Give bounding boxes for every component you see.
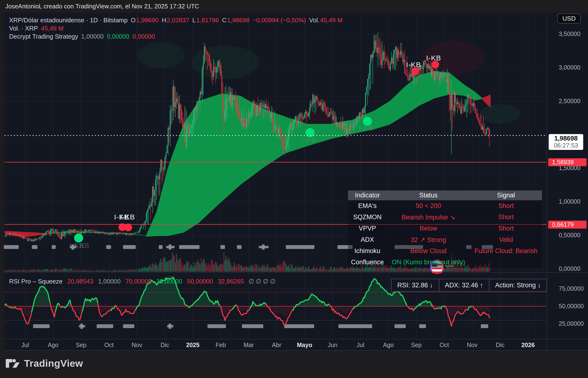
legend-volume-row[interactable]: Vol. · XRP 45,49 M [9, 25, 64, 32]
rsi-legend-value: 50,00000 [187, 278, 213, 285]
indicator-status: ON (Kumo breakout only) [387, 258, 470, 266]
low-value: 1,81796 [196, 16, 219, 24]
rsi-indicator-title[interactable]: RSI Pro – Squeeze [9, 278, 63, 285]
time-axis-label[interactable]: Mayo [297, 341, 312, 349]
price-axis-label[interactable]: 3,50000 [559, 30, 580, 37]
indicator-name: SQZMON [348, 214, 387, 221]
time-axis-label[interactable]: Nov [132, 341, 142, 349]
strategy-value-3: 0,00000 [133, 33, 155, 40]
symbol-title[interactable]: XRP/Dólar estadounidense · 1D · Bitstamp [9, 16, 128, 24]
indicator-signal: Short [470, 202, 542, 210]
bar-countdown: 06:27:53 [549, 142, 583, 149]
change-value: −0,00994 (−0,50%) [253, 16, 306, 24]
tradingview-logo-text: TradingView [24, 358, 83, 369]
indicator-status: Below [387, 225, 470, 232]
indicator-status: 50 < 200 [387, 202, 470, 210]
time-axis-label[interactable]: Jun [328, 341, 337, 349]
ikb-ghost-label: I-KB [359, 124, 373, 132]
ikb-signal-label: I-KB [406, 61, 421, 69]
time-axis-label[interactable]: Dic [496, 341, 504, 349]
indicator-summary-table: IndicatorStatusSignalEMA's50 < 200ShortS… [348, 190, 542, 268]
table-row: ADX32 ↗ StrongValid [348, 234, 542, 245]
time-axis-label[interactable]: Ago [48, 341, 58, 349]
rsi-badge-cell: Action: Strong ↓ [489, 279, 547, 291]
current-price-badge: 1,98698 06:27:53 [549, 134, 583, 150]
table-row: EMA's50 < 200Short [348, 200, 542, 212]
time-axis-label[interactable]: Sep [411, 341, 422, 349]
rsi-legend-value: 32,86265 [218, 278, 244, 285]
rsi-legend-value: 30,00000 [156, 278, 182, 285]
price-axis-label[interactable]: 3,00000 [559, 64, 580, 71]
price-axis-label[interactable]: 0,50000 [559, 232, 580, 239]
ikb-ghost-label: I-KB [301, 136, 316, 144]
indicator-name: EMA's [348, 202, 387, 210]
price-axis-label[interactable]: 1,00000 [559, 198, 580, 205]
table-header-row: IndicatorStatusSignal [348, 190, 542, 200]
ikb-signal-label: I-KB [120, 213, 135, 221]
rsi-axis-label[interactable]: 25,00000 [559, 320, 584, 327]
strategy-title[interactable]: Decrypt Trading Strategy [9, 33, 78, 40]
rsi-indicator-legend[interactable]: RSI Pro – Squeeze 20,985431,0000070,0000… [9, 278, 276, 285]
volume-indicator-value: 45,49 M [41, 25, 64, 32]
indicator-signal: Future Cloud: Bearish [470, 247, 542, 255]
time-axis-label[interactable]: Oct [104, 341, 114, 349]
rsi-axis-label[interactable]: 75,00000 [559, 285, 584, 292]
strategy-value-1: 1,00000 [81, 33, 104, 40]
table-row: ConfluenceON (Kumo breakout only) [348, 257, 542, 268]
rsi-legend-value: 20,98543 [67, 278, 93, 285]
indicator-name: Confluence [348, 258, 387, 266]
time-axis-label[interactable]: Nov [467, 341, 478, 349]
price-axis-label[interactable]: 2,50000 [559, 98, 580, 105]
time-axis-label[interactable]: Abr [272, 341, 281, 349]
table-header-indicator: Indicator [348, 192, 387, 199]
table-header-signal: Signal [470, 192, 542, 199]
indicator-name: ADX [348, 236, 387, 243]
time-axis-label[interactable]: Sep [76, 341, 86, 349]
rsi-axis-label[interactable]: 50,00000 [559, 303, 584, 310]
rsi-legend-value: 1,00000 [98, 278, 121, 285]
volume-indicator-title[interactable]: Vol. · XRP [9, 25, 38, 32]
open-label: O [131, 16, 135, 24]
indicator-name: Ichimoku [348, 247, 387, 255]
close-label: C [222, 16, 227, 24]
chart-panel-background [4, 13, 588, 351]
indicator-signal: Short [470, 225, 542, 232]
indicator-name: VPVP [348, 225, 387, 232]
legend-symbol-row[interactable]: XRP/Dólar estadounidense · 1D · Bitstamp… [9, 16, 342, 24]
volume-value: 45,49 M [320, 16, 342, 24]
price-alert-badge: 1,58939 [548, 158, 587, 166]
time-axis-label[interactable]: Feb [215, 341, 226, 349]
attribution-text: JoseAntonioL creado con TradingView.com,… [5, 3, 199, 10]
time-axis-label[interactable]: Jul [21, 341, 29, 349]
time-axis-label[interactable]: Ago [383, 341, 394, 349]
indicator-signal: Valid [470, 236, 542, 243]
rsi-badge-cell: RSI: 32.86 ↓ [392, 279, 439, 291]
tradingview-logo[interactable]: TradingView [5, 358, 83, 369]
current-price-value: 1,98698 [549, 135, 583, 142]
table-row: IchimokuBelow CloudFuture Cloud: Bearish [348, 245, 542, 257]
time-axis-label[interactable]: 2025 [186, 341, 200, 349]
table-header-status: Status [387, 192, 470, 199]
price-axis-label[interactable]: 0,00000 [559, 265, 580, 272]
ikb-ghost-label: I-KB [75, 242, 89, 250]
table-row: SQZMONBearish Impulse ↘Short [348, 212, 542, 223]
time-axis-label[interactable]: Dic [160, 341, 169, 349]
table-row: VPVPBelowShort [348, 223, 542, 234]
time-axis-label[interactable]: Mar [243, 341, 254, 349]
high-label: H [162, 16, 166, 24]
time-axis-label[interactable]: Jul [357, 341, 364, 349]
rsi-legend-value: ∅ ∅ ∅ ∅ [249, 278, 276, 285]
currency-toggle-button[interactable]: USD [557, 14, 581, 24]
indicator-signal: Short [470, 214, 542, 221]
time-axis-label[interactable]: 2026 [521, 341, 535, 349]
low-label: L [192, 16, 196, 24]
legend-strategy-row[interactable]: Decrypt Trading Strategy 1,00000 0,00000… [9, 33, 155, 40]
indicator-status: Below Cloud [387, 247, 470, 255]
price-alert-badge: 0,66179 [548, 221, 587, 229]
time-axis-label[interactable]: Oct [440, 341, 449, 349]
open-value: 1,99690 [136, 16, 159, 24]
indicator-status: 32 ↗ Strong [387, 236, 470, 244]
close-value: 1,98698 [227, 16, 249, 24]
rsi-badge-cell: ADX: 32.46 ↑ [439, 279, 489, 291]
ikb-signal-label: I-KB [426, 54, 441, 62]
